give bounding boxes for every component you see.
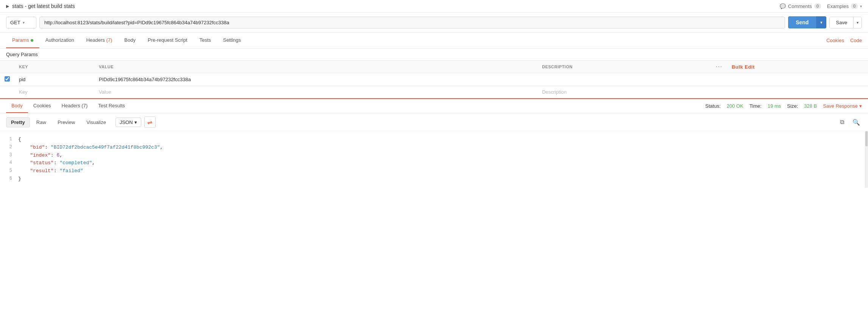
save-button[interactable]: Save (830, 17, 853, 28)
tab-params[interactable]: Params (6, 33, 39, 48)
wrap-icon: ⇌ (147, 119, 152, 126)
wrap-button[interactable]: ⇌ (144, 116, 156, 128)
scrollbar[interactable] (865, 131, 868, 188)
request-tabs-row: Params Authorization Headers (7) Body Pr… (0, 33, 868, 49)
tab-tests[interactable]: Tests (194, 33, 217, 48)
method-label: GET (10, 20, 20, 25)
json-line-2: 2 "bid": "BID72df2bdcac5e49f7af22d41f8bc… (0, 144, 868, 152)
tab-body[interactable]: Body (118, 33, 142, 48)
tab-prerequest[interactable]: Pre-request Script (142, 33, 194, 48)
save-dropdown-button[interactable]: ▾ (853, 17, 862, 28)
resp-tab-cookies-label: Cookies (33, 103, 51, 108)
response-tabs: Body Cookies Headers (7) Test Results (6, 99, 130, 113)
tab-body-label: Body (124, 37, 136, 43)
method-chevron-icon: ▾ (23, 20, 25, 25)
resp-tab-body[interactable]: Body (6, 99, 28, 113)
col-value: VALUE (94, 61, 537, 73)
cookies-link[interactable]: Cookies (826, 38, 844, 43)
tab-headers-label: Headers (86, 37, 106, 43)
format-visualize-button[interactable]: Visualize (81, 117, 111, 127)
row-value-cell[interactable]: PIDd9c19675fc864b34a74b97232fcc338a (94, 73, 537, 86)
col-bulk-edit: Bulk Edit (727, 61, 868, 73)
row-key-cell[interactable]: pid (14, 73, 94, 86)
url-input[interactable] (39, 17, 785, 28)
code-link[interactable]: Code (850, 38, 862, 43)
tab-prerequest-label: Pre-request Script (148, 37, 187, 43)
request-tabs: Params Authorization Headers (7) Body Pr… (6, 33, 826, 48)
search-button[interactable]: 🔍 (851, 116, 862, 128)
line-num-5: 5 (0, 167, 18, 174)
line-content-3: "index": 6, (18, 152, 868, 160)
resp-tab-headers[interactable]: Headers (7) (56, 99, 93, 113)
col-description: DESCRIPTION (537, 61, 711, 73)
comments-icon: 💬 (780, 3, 786, 9)
line-num-4: 4 (0, 159, 18, 166)
empty-extra-cell (727, 86, 868, 98)
comments-label: Comments (788, 3, 812, 9)
json-line-3: 3 "index": 6, (0, 152, 868, 160)
key-placeholder: Key (19, 89, 27, 95)
comments-badge: 0 (814, 3, 821, 9)
save-response-label: Save Response (823, 103, 858, 109)
send-dropdown-button[interactable]: ▾ (816, 16, 826, 28)
url-bar: GET ▾ Send ▾ Save ▾ (0, 13, 868, 33)
line-content-1: { (18, 136, 868, 144)
examples-badge: 0 (851, 3, 858, 9)
tab-tests-label: Tests (200, 37, 211, 43)
row-desc-cell[interactable] (537, 73, 711, 86)
tab-params-label: Params (12, 37, 29, 43)
bulk-edit-button[interactable]: Bulk Edit (732, 64, 755, 70)
format-right-actions: ⧉ 🔍 (836, 116, 862, 128)
empty-value-cell[interactable]: Value (94, 86, 537, 98)
tab-settings[interactable]: Settings (217, 33, 247, 48)
table-row: pid PIDd9c19675fc864b34a74b97232fcc338a (0, 73, 868, 86)
size-value: 328 B (804, 103, 817, 109)
query-params-section: Query Params (0, 49, 868, 60)
send-button-group: Send ▾ (788, 16, 826, 28)
json-type-selector[interactable]: JSON ▾ (116, 118, 141, 127)
copy-icon: ⧉ (840, 119, 844, 126)
status-value: 200 OK (727, 103, 743, 109)
save-response-button[interactable]: Save Response ▾ (823, 103, 862, 109)
method-selector[interactable]: GET ▾ (6, 17, 36, 28)
response-meta: Status: 200 OK Time: 19 ms Size: 328 B S… (705, 103, 862, 109)
time-value: 19 ms (768, 103, 781, 109)
line-num-6: 6 (0, 175, 18, 182)
resp-tab-headers-label: Headers (62, 103, 82, 108)
request-title: stats - get latest build stats (12, 3, 75, 9)
resp-tab-test-results[interactable]: Test Results (93, 99, 130, 113)
json-line-4: 4 "status": "completed", (0, 159, 868, 167)
expand-icon[interactable]: ▶ (6, 4, 9, 9)
empty-actions-cell (711, 86, 727, 98)
json-line-5: 5 "result": "failed" (0, 167, 868, 175)
format-raw-button[interactable]: Raw (31, 117, 51, 127)
copy-button[interactable]: ⧉ (836, 116, 848, 128)
table-empty-row: Key Value Description (0, 86, 868, 98)
format-bar: Pretty Raw Preview Visualize JSON ▾ ⇌ ⧉ … (0, 113, 868, 131)
empty-desc-cell[interactable]: Description (537, 86, 711, 98)
params-dot (31, 39, 33, 42)
empty-key-cell[interactable]: Key (14, 86, 94, 98)
scrollbar-thumb[interactable] (865, 131, 868, 146)
top-bar-left: ▶ stats - get latest build stats (6, 3, 75, 9)
comments-button[interactable]: 💬 Comments 0 (780, 3, 821, 9)
row-checkbox[interactable] (5, 76, 10, 82)
three-dots-icon[interactable]: ··· (716, 64, 723, 70)
col-key: KEY (14, 61, 94, 73)
params-table: KEY VALUE DESCRIPTION ··· Bulk Edit pid … (0, 60, 868, 98)
status-label: Status: (705, 103, 720, 109)
resp-tab-cookies[interactable]: Cookies (28, 99, 56, 113)
format-preview-button[interactable]: Preview (53, 117, 80, 127)
response-tabs-row: Body Cookies Headers (7) Test Results St… (0, 99, 868, 113)
tab-authorization[interactable]: Authorization (39, 33, 80, 48)
send-button[interactable]: Send (788, 16, 816, 28)
examples-button[interactable]: Examples 0 ▾ (827, 3, 862, 9)
format-pretty-button[interactable]: Pretty (6, 117, 30, 127)
tab-headers[interactable]: Headers (7) (80, 33, 119, 48)
row-checkbox-cell[interactable] (0, 73, 14, 86)
json-type-label: JSON (120, 119, 133, 125)
line-num-3: 3 (0, 152, 18, 159)
col-actions: ··· (711, 61, 727, 73)
row-extra-cell (727, 73, 868, 86)
desc-placeholder: Description (542, 89, 567, 95)
